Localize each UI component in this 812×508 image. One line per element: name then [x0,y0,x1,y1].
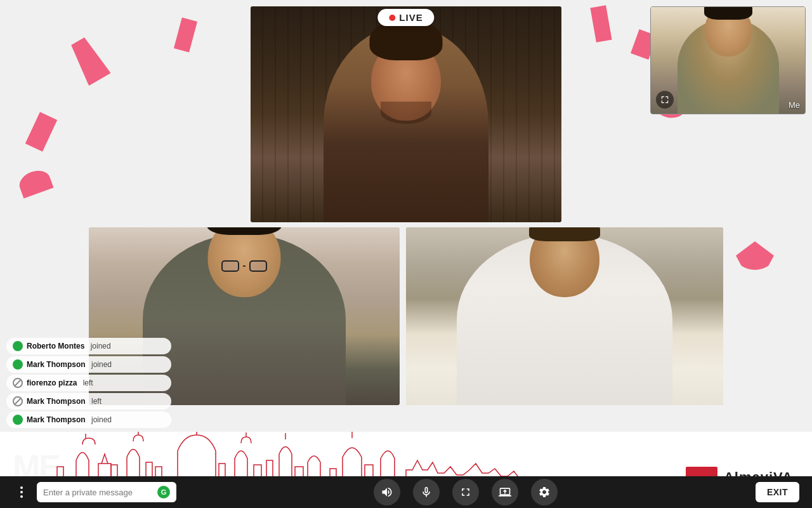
me-label: Me [789,100,800,110]
fullscreen-button[interactable] [452,479,479,505]
participant-name: Mark Thompson [27,415,86,424]
fullscreen-icon [459,486,472,498]
main-presenter-video [251,6,561,222]
speaker-button[interactable] [374,479,400,505]
chat-message-mark-joined-1: Mark Thompson joined [6,356,171,373]
confetti-decoration-3 [590,5,612,43]
toolbar-center-controls [183,479,749,505]
chat-action: joined [89,360,112,369]
main-presenter-video-inner [251,6,561,222]
confetti-decoration-1 [67,35,111,86]
confetti-decoration-6 [16,167,54,199]
chat-action: joined [88,342,110,351]
participant-name: Roberto Montes [27,342,84,351]
bl-glass-left [221,260,239,272]
menu-dot-1 [20,486,23,489]
chat-message-fiorenzo-left: fiorenzo pizza left [6,375,171,391]
microphone-button[interactable] [413,479,440,505]
rome-skyline-illustration [0,432,571,483]
chat-messages-overlay: Roberto Montes joined Mark Thompson join… [0,334,184,432]
br-person-hair [529,227,600,241]
settings-icon [538,486,551,498]
participant-name: fiorenzo pizza [27,378,77,387]
settings-button[interactable] [531,479,558,505]
confetti-decoration-2 [174,18,197,53]
chat-message-mark-joined-2: Mark Thompson joined [6,411,171,428]
menu-dot-2 [20,491,23,493]
chat-action: left [81,378,93,387]
bl-glasses [221,260,267,272]
participant-joined-icon [13,341,23,351]
pip-resize-button[interactable] [656,91,674,109]
chat-action: joined [89,415,112,424]
menu-dot-3 [20,495,23,498]
participant-name: Mark Thompson [27,397,86,406]
speaker-icon [381,486,393,498]
live-badge: LIVE [377,9,434,26]
exit-button[interactable]: EXIT [756,482,799,502]
participant-br-inner [406,227,723,405]
confetti-decoration-7 [736,241,774,270]
participant-bottom-right-video [406,227,723,405]
emoji-letter: G [161,488,167,496]
emoji-button[interactable]: G [157,486,170,498]
pip-video-inner [651,7,805,114]
bl-glass-right [249,260,267,272]
live-indicator-dot [389,15,395,21]
private-message-input[interactable] [43,488,154,497]
participant-left-icon [13,378,23,388]
menu-dots-icon [20,486,23,498]
bl-glass-bridge [243,265,246,267]
pip-person-hair [704,6,752,20]
participant-joined-icon [13,359,23,370]
video-container: LIVE [0,0,812,508]
participant-joined-icon [13,415,23,425]
screen-share-icon [499,486,511,498]
pip-self-video[interactable]: Me [650,6,806,114]
confetti-decoration-8 [25,112,57,152]
resize-icon [660,95,669,104]
menu-button[interactable] [13,483,30,501]
chat-action: left [89,397,102,406]
live-badge-text: LIVE [399,12,422,23]
participant-left-icon [13,396,23,406]
chat-message-mark-left: Mark Thompson left [6,393,171,410]
mic-icon [420,486,433,498]
presenter-beard [381,102,431,124]
private-message-input-area[interactable]: G [37,482,176,502]
participant-name: Mark Thompson [27,360,86,369]
chat-message-roberto-joined: Roberto Montes joined [6,338,171,354]
screen-share-button[interactable] [492,479,518,505]
toolbar-bar: G [0,476,812,508]
